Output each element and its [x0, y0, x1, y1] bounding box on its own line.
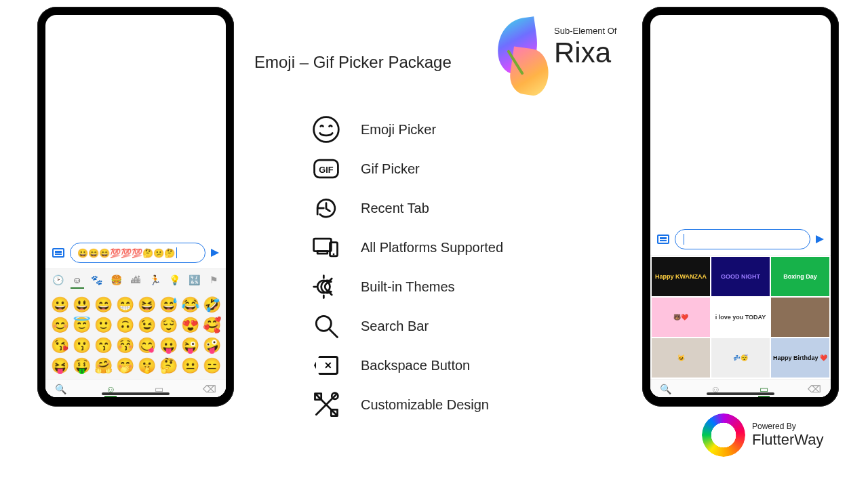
- emoji-cell[interactable]: 😐: [180, 357, 200, 375]
- food-icon[interactable]: 🍔: [109, 274, 123, 285]
- emoji-cell[interactable]: 😆: [136, 296, 157, 314]
- feature-label: Gif Picker: [361, 161, 420, 177]
- emoji-cell[interactable]: 😊: [50, 317, 70, 334]
- keyboard-toggle-icon[interactable]: [52, 248, 64, 258]
- emoji-cell[interactable]: 😛: [158, 337, 178, 354]
- send-button[interactable]: [211, 249, 219, 257]
- design-icon: [311, 389, 342, 420]
- emoji-cell[interactable]: 😙: [93, 337, 113, 354]
- phone-gif-mock: Happy KWANZAAGOOD NIGHTBoxing Day🐻❤️i lo…: [642, 7, 839, 407]
- svg-rect-3: [314, 239, 332, 251]
- brand-sub-label: Sub-Element Of: [554, 26, 617, 36]
- message-input[interactable]: 😀😄😄💯💯💯🤔😕🤔: [70, 243, 205, 263]
- recent-icon[interactable]: 🕑: [51, 274, 64, 285]
- emoji-cell[interactable]: 🙃: [115, 317, 135, 334]
- emoji-cell[interactable]: 😉: [136, 317, 157, 334]
- footer-brand: Powered By FlutterWay: [702, 413, 824, 457]
- svg-text:GIF: GIF: [319, 165, 334, 175]
- activity-icon[interactable]: 🏃: [149, 274, 162, 285]
- svg-rect-4: [317, 251, 328, 254]
- animals-icon[interactable]: 🐾: [90, 274, 104, 285]
- keyboard-toggle-icon[interactable]: [657, 235, 669, 244]
- message-input-row: 😀😄😄💯💯💯🤔😕🤔: [45, 239, 226, 269]
- emoji-cell[interactable]: 😝: [50, 357, 70, 375]
- feature-item: Recent Tab: [311, 192, 503, 224]
- send-button[interactable]: [816, 235, 824, 243]
- emoji-cell[interactable]: 😅: [158, 296, 178, 314]
- gif-tile[interactable]: Boxing Day: [771, 257, 829, 296]
- feature-label: Emoji Picker: [361, 122, 436, 138]
- flutterway-logo-icon: [702, 413, 745, 457]
- feature-label: Customizable Design: [361, 397, 489, 413]
- emoji-cell[interactable]: 🙂: [93, 317, 113, 334]
- emoji-cell[interactable]: 😍: [180, 317, 200, 334]
- history-icon: [311, 192, 342, 224]
- message-input[interactable]: [675, 229, 810, 249]
- feature-item: Emoji Picker: [311, 114, 503, 145]
- emoji-cell[interactable]: 😗: [71, 337, 92, 354]
- emoji-cell[interactable]: 😀: [50, 296, 70, 314]
- emoji-grid: 😀😃😄😁😆😅😂🤣😊😇🙂🙃😉😌😍🥰😘😗😙😚😋😛😜🤪😝🤑🤗🤭🤫🤔😐😑: [45, 289, 226, 379]
- svg-point-8: [316, 316, 331, 331]
- smileys-icon[interactable]: ☺: [71, 274, 84, 285]
- feature-item: Search Bar: [311, 310, 503, 342]
- gif-tile[interactable]: 🐻❤️: [652, 298, 710, 337]
- gif-tile[interactable]: [771, 298, 829, 337]
- emoji-cell[interactable]: 😘: [50, 337, 70, 354]
- feature-label: Built-in Themes: [361, 279, 455, 295]
- feature-list: Emoji PickerGIFGif PickerRecent TabAll P…: [311, 114, 503, 420]
- travel-icon[interactable]: 🏙: [129, 274, 142, 285]
- backspace-icon: ✕: [311, 350, 342, 381]
- gif-tile[interactable]: Happy Birthday ❤️: [771, 338, 829, 378]
- emoji-cell[interactable]: 😃: [71, 296, 92, 314]
- emoji-cell[interactable]: 😜: [180, 337, 200, 354]
- page-title: Emoji – Gif Picker Package: [254, 53, 452, 72]
- emoji-cell[interactable]: 🤣: [201, 296, 222, 314]
- brand-block: Sub-Element Of Rixa: [492, 19, 617, 107]
- emoji-cell[interactable]: 🤪: [201, 337, 222, 354]
- feature-item: ✕Backspace Button: [311, 350, 503, 381]
- emoji-cell[interactable]: 😋: [136, 337, 157, 354]
- gif-tile[interactable]: 😺: [652, 338, 710, 378]
- emoji-cell[interactable]: 😇: [71, 317, 92, 334]
- emoji-cell[interactable]: 😂: [180, 296, 200, 314]
- feature-label: All Platforms Supported: [361, 240, 503, 256]
- feature-item: Customizable Design: [311, 389, 503, 420]
- footer-sub-label: Powered By: [752, 422, 824, 431]
- emoji-cell[interactable]: 🤗: [93, 357, 113, 375]
- emoji-cell[interactable]: 😑: [201, 357, 222, 375]
- feature-label: Recent Tab: [361, 201, 429, 216]
- feature-item: Built-in Themes: [311, 271, 503, 302]
- emoji-cell[interactable]: 🤫: [136, 357, 157, 375]
- feature-label: Search Bar: [361, 319, 429, 334]
- butterfly-logo-icon: [492, 19, 549, 107]
- emoji-cell[interactable]: 😁: [115, 296, 135, 314]
- backspace-icon[interactable]: ⌫: [203, 384, 216, 394]
- gif-tile[interactable]: Happy KWANZAA: [652, 257, 710, 296]
- emoji-cell[interactable]: 🤔: [158, 357, 178, 375]
- search-icon[interactable]: 🔍: [660, 384, 671, 394]
- symbols-icon[interactable]: 🔣: [187, 274, 201, 285]
- home-indicator: [102, 392, 170, 395]
- gif-tile[interactable]: GOOD NIGHT: [711, 257, 770, 296]
- smile-icon: [311, 114, 342, 145]
- backspace-icon[interactable]: ⌫: [808, 384, 821, 394]
- gif-tile[interactable]: 💤😴: [711, 338, 770, 378]
- home-indicator: [707, 392, 774, 395]
- brand-name: Rixa: [554, 39, 617, 67]
- emoji-cell[interactable]: 😄: [93, 296, 113, 314]
- emoji-cell[interactable]: 🤑: [71, 357, 92, 375]
- search-icon: [311, 310, 342, 342]
- feature-item: GIFGif Picker: [311, 153, 503, 184]
- theme-icon: [311, 271, 342, 302]
- emoji-cell[interactable]: 😚: [115, 337, 135, 354]
- flags-icon[interactable]: ⚑: [207, 274, 220, 285]
- footer-brand-name: FlutterWay: [752, 431, 824, 449]
- emoji-cell[interactable]: 🥰: [201, 317, 222, 334]
- search-icon[interactable]: 🔍: [55, 384, 66, 394]
- gif-tile[interactable]: i love you TODAY: [711, 298, 770, 337]
- emoji-cell[interactable]: 🤭: [115, 357, 135, 375]
- emoji-cell[interactable]: 😌: [158, 317, 178, 334]
- emoji-category-tabs: 🕑☺🐾🍔🏙🏃💡🔣⚑: [45, 269, 226, 289]
- objects-icon[interactable]: 💡: [168, 274, 182, 285]
